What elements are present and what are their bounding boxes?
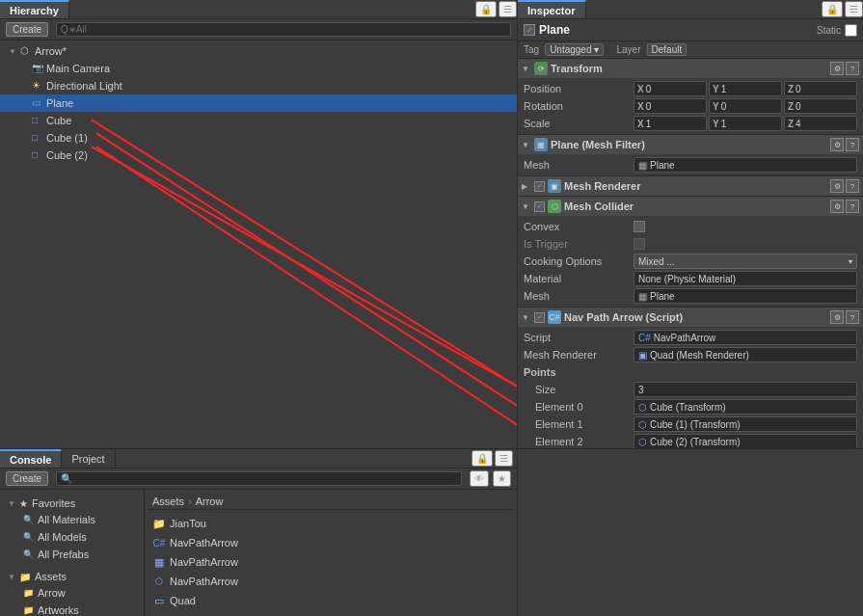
bottom-tab-bar: Console Project 🔒 ☰ — [0, 449, 517, 469]
transform-header[interactable]: ▼ ⟳ Transform ⚙ ? — [518, 59, 863, 78]
rotation-y-field[interactable]: Y 0 — [709, 98, 782, 114]
project-eye-icon[interactable]: 👁 — [470, 470, 489, 487]
scale-y-field[interactable]: Y 1 — [709, 116, 782, 131]
hierarchy-tab[interactable]: Hierarchy — [0, 0, 69, 18]
position-y-field[interactable]: Y 1 — [709, 81, 782, 96]
hierarchy-item-directional-light[interactable]: ☀ Directional Light — [0, 77, 517, 94]
bottom-menu-icon[interactable]: ☰ — [495, 450, 513, 467]
jiantou-label: JianTou — [170, 518, 206, 529]
object-name: Plane — [539, 23, 813, 37]
meshfilter-mesh-value: Plane — [650, 160, 675, 171]
convex-checkbox[interactable] — [634, 221, 645, 232]
hierarchy-item-main-camera[interactable]: 📷 Main Camera — [0, 60, 517, 77]
object-enabled-checkbox[interactable]: ✓ — [524, 24, 535, 36]
meshfilter-settings-icon[interactable]: ⚙ — [830, 138, 844, 151]
console-tab[interactable]: Console — [0, 449, 62, 468]
meshrenderer-title: Mesh Renderer — [564, 180, 827, 192]
sidebar-all-materials[interactable]: 🔍 All Materials — [0, 511, 144, 528]
hierarchy-item-plane[interactable]: ▭ Plane — [0, 94, 517, 112]
navpatharrow-script-label: NavPathArrow — [170, 537, 238, 549]
materials-search-icon: 🔍 — [23, 515, 34, 524]
bottom-panel-actions: 🔒 ☰ — [472, 449, 517, 468]
tag-dropdown[interactable]: Untagged ▾ — [545, 43, 603, 56]
meshfilter-header[interactable]: ▼ ▦ Plane (Mesh Filter) ⚙ ? — [518, 135, 863, 154]
size-field[interactable]: 3 — [634, 382, 857, 397]
transform-help-icon[interactable]: ? — [846, 62, 859, 75]
element2-field[interactable]: ⬡ Cube (2) (Transform) — [634, 434, 857, 448]
navpatharrow-help-icon[interactable]: ? — [846, 310, 859, 324]
sidebar-all-prefabs[interactable]: 🔍 All Prefabs — [0, 546, 144, 563]
project-search-input[interactable] — [56, 471, 462, 486]
mesh-renderer-ref-field[interactable]: ▣ Quad (Mesh Renderer) — [634, 347, 857, 362]
meshrenderer-settings-icon[interactable]: ⚙ — [830, 179, 844, 193]
hierarchy-item-cube1[interactable]: □ Cube (1) — [0, 129, 517, 147]
collider-mesh-field[interactable]: ▦ Plane — [634, 288, 857, 304]
position-x-field[interactable]: X 0 — [634, 81, 707, 96]
object-header: ✓ Plane Static — [518, 19, 863, 41]
cube1-icon: □ — [32, 132, 43, 144]
element2-value: Cube (2) (Transform) — [650, 437, 741, 447]
meshcollider-help-icon[interactable]: ? — [846, 200, 859, 213]
meshrenderer-fold-icon: ▶ — [522, 182, 531, 191]
meshfilter-help-icon[interactable]: ? — [846, 138, 859, 151]
project-create-button[interactable]: Create — [6, 471, 48, 486]
sidebar-artworks-folder[interactable]: 📁 Artworks — [0, 602, 144, 616]
project-tab[interactable]: Project — [62, 449, 115, 468]
project-item-navpatharrow-script[interactable]: C# NavPathArrow — [148, 533, 513, 552]
project-item-navpatharrow-mesh[interactable]: ▦ NavPathArrow — [148, 552, 513, 572]
quad-label: Quad — [170, 595, 196, 606]
scale-x-field[interactable]: X 1 — [634, 116, 707, 131]
inspector-tab[interactable]: Inspector — [518, 0, 586, 18]
meshcollider-enabled-checkbox[interactable]: ✓ — [534, 201, 545, 212]
assets-header[interactable]: ▼ 📁 Assets — [0, 569, 144, 584]
favorites-label: Favorites — [32, 497, 75, 509]
hierarchy-tab-bar: Hierarchy 🔒 ☰ — [0, 0, 517, 19]
meshrenderer-header[interactable]: ▶ ✓ ▣ Mesh Renderer ⚙ ? — [518, 176, 863, 196]
watermark-area: CSDN @怡静的小魔龙 — [518, 449, 863, 616]
cooking-options-dropdown[interactable]: Mixed ... ▾ — [634, 254, 857, 269]
layer-dropdown[interactable]: Default — [647, 43, 688, 56]
hierarchy-search-input[interactable] — [56, 22, 511, 37]
rotation-z-field[interactable]: Z 0 — [784, 98, 857, 114]
meshrenderer-help-icon[interactable]: ? — [846, 179, 859, 193]
navpatharrow-header[interactable]: ▼ ✓ C# Nav Path Arrow (Script) ⚙ ? — [518, 308, 863, 327]
project-item-navpatharrow-asset[interactable]: ⬡ NavPathArrow — [148, 572, 513, 591]
inspector-lock-icon[interactable]: 🔒 — [822, 1, 843, 17]
project-item-quad[interactable]: ▭ Quad — [148, 591, 513, 610]
meshfilter-mesh-field[interactable]: ▦ Plane — [634, 157, 857, 173]
meshcollider-header[interactable]: ▼ ✓ ⬡ Mesh Collider ⚙ ? — [518, 197, 863, 216]
is-trigger-checkbox[interactable] — [634, 238, 645, 250]
sidebar-all-models[interactable]: 🔍 All Models — [0, 528, 144, 546]
navpatharrow-body: Script C# NavPathArrow Mesh Renderer ▣ Q… — [518, 327, 863, 448]
element0-field[interactable]: ⬡ Cube (Transform) — [634, 399, 857, 415]
hierarchy-lock-icon[interactable]: 🔒 — [475, 1, 497, 17]
inspector-menu-icon[interactable]: ☰ — [845, 1, 863, 17]
project-star-icon[interactable]: ★ — [493, 470, 511, 487]
meshfilter-mesh-row: Mesh ▦ Plane — [518, 156, 863, 174]
element1-field[interactable]: ⬡ Cube (1) (Transform) — [634, 416, 857, 432]
project-item-jiantou[interactable]: 📁 JianTou — [148, 514, 513, 533]
hierarchy-item-cube2[interactable]: □ Cube (2) — [0, 147, 517, 164]
hierarchy-item-cube[interactable]: □ Cube — [0, 112, 517, 129]
bottom-lock-icon[interactable]: 🔒 — [472, 450, 493, 467]
navpatharrow-settings-icon[interactable]: ⚙ — [830, 310, 844, 324]
meshcollider-settings-icon[interactable]: ⚙ — [830, 200, 844, 213]
hierarchy-menu-icon[interactable]: ☰ — [499, 1, 517, 17]
position-z-field[interactable]: Z 0 — [784, 81, 857, 96]
hierarchy-root-item[interactable]: ▼ ⬡ Arrow* — [0, 42, 517, 60]
script-field[interactable]: C# NavPathArrow — [634, 330, 857, 345]
scale-z-field[interactable]: Z 4 — [784, 116, 857, 131]
cooking-options-chevron-icon: ▾ — [849, 257, 852, 266]
static-checkbox[interactable] — [845, 24, 857, 37]
transform-settings-icon[interactable]: ⚙ — [830, 62, 844, 75]
material-field[interactable]: None (Physic Material) — [634, 271, 857, 286]
meshrenderer-enabled-checkbox[interactable]: ✓ — [534, 181, 545, 192]
scale-xyz: X 1 Y 1 Z 4 — [634, 116, 857, 131]
favorites-header[interactable]: ▼ ★ Favorites — [0, 495, 144, 511]
navpatharrow-enabled-checkbox[interactable]: ✓ — [534, 312, 545, 323]
element0-row: Element 0 ⬡ Cube (Transform) — [518, 398, 863, 415]
sidebar-arrow-folder[interactable]: 📁 Arrow — [0, 584, 144, 602]
bottom-section: Console Project 🔒 ☰ Create 👁 ★ — [0, 448, 863, 616]
rotation-x-field[interactable]: X 0 — [634, 98, 707, 114]
hierarchy-create-button[interactable]: Create — [6, 22, 48, 37]
